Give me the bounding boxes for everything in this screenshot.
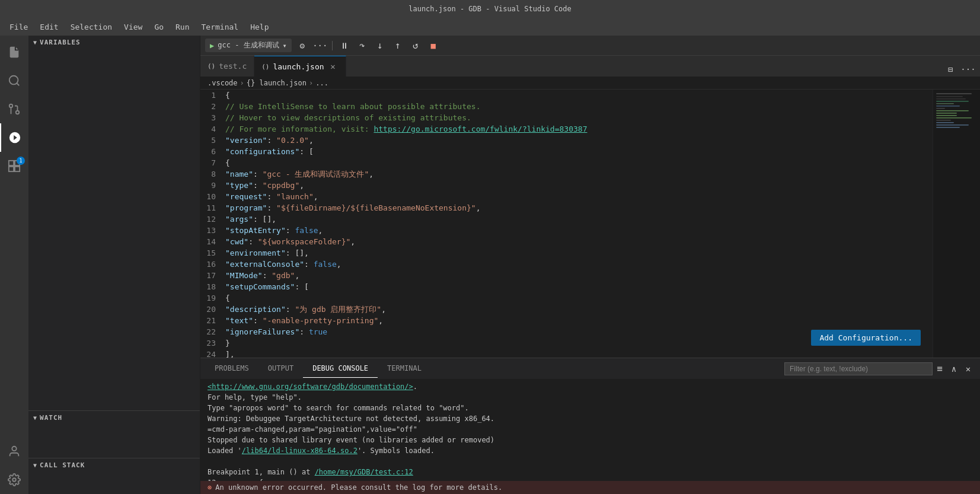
code-line-14: "cwd": "${workspaceFolder}", xyxy=(225,236,355,247)
editor-main: 1 { 2 // Use IntelliSense to learn about… xyxy=(200,90,980,358)
menu-bar: File Edit Selection View Go Run Terminal… xyxy=(0,18,980,36)
panel-tab-debug-console[interactable]: DEBUG CONSOLE xyxy=(303,359,378,378)
launch-json-tab[interactable]: () launch.json ✕ xyxy=(254,56,346,77)
console-line-9: Breakpoint 1, main () at /home/msy/GDB/t… xyxy=(208,467,973,477)
svg-rect-14 xyxy=(936,101,969,102)
activity-debug-icon[interactable] xyxy=(0,123,28,152)
debug-config-selector[interactable]: ▶ gcc - 生成和调试 ▾ xyxy=(205,39,292,52)
activity-source-control-icon[interactable] xyxy=(0,95,28,123)
code-line-17: "MIMode": "gdb", xyxy=(225,270,299,281)
panel-close-btn[interactable]: ✕ xyxy=(961,362,975,376)
breadcrumb-symbol[interactable]: ... xyxy=(315,79,328,87)
step-into-button[interactable]: ↓ xyxy=(373,39,387,53)
activity-search-icon[interactable] xyxy=(0,66,28,95)
code-line-24: ], xyxy=(225,349,235,358)
svg-rect-19 xyxy=(936,113,957,114)
tab-bar: () test.c () launch.json ✕ ⊟ ··· xyxy=(200,56,980,77)
activity-settings-icon[interactable] xyxy=(0,466,28,494)
panel-tab-output[interactable]: OUTPUT xyxy=(258,359,303,378)
panel-collapse-btn[interactable]: ∧ xyxy=(947,362,961,376)
launch-json-tab-close[interactable]: ✕ xyxy=(328,61,339,72)
menu-help[interactable]: Help xyxy=(245,20,273,34)
callstack-header[interactable]: ▼ CALL STACK xyxy=(28,458,200,471)
panel-tab-terminal[interactable]: TERMINAL xyxy=(378,359,431,378)
code-line-9: "type": "cppdbg", xyxy=(225,180,304,191)
callstack-section: ▼ CALL STACK xyxy=(28,458,200,494)
step-out-button[interactable]: ↑ xyxy=(391,39,405,53)
svg-rect-13 xyxy=(936,98,966,100)
svg-rect-18 xyxy=(936,110,969,111)
code-line-6: "configurations": [ xyxy=(225,146,314,157)
variables-header[interactable]: ▼ VARIABLES xyxy=(28,36,200,49)
svg-rect-21 xyxy=(936,117,972,119)
line-num-12: 12 xyxy=(200,213,225,225)
debug-more-btn[interactable]: ··· xyxy=(313,39,327,53)
menu-terminal[interactable]: Terminal xyxy=(197,20,244,34)
code-line-20: "description": "为 gdb 启用整齐打印", xyxy=(225,304,386,315)
editor-split-btn[interactable]: ⊟ xyxy=(943,62,957,77)
callstack-chevron: ▼ xyxy=(33,462,37,468)
menu-go[interactable]: Go xyxy=(149,20,168,34)
debug-toolbar: ▶ gcc - 生成和调试 ▾ ⚙ ··· ⏸ ↷ ↓ ↑ ↺ ■ xyxy=(200,36,980,56)
debug-separator xyxy=(332,41,333,50)
menu-file[interactable]: File xyxy=(5,20,33,34)
line-num-21: 21 xyxy=(200,315,225,326)
restart-button[interactable]: ↺ xyxy=(408,39,423,53)
breadcrumb-vscode[interactable]: .vscode xyxy=(208,79,238,87)
code-line-18: "setupCommands": [ xyxy=(225,281,309,292)
debug-settings-btn[interactable]: ⚙ xyxy=(295,39,309,53)
svg-point-2 xyxy=(16,111,20,114)
line-num-14: 14 xyxy=(200,236,225,247)
svg-rect-24 xyxy=(936,125,969,126)
continue-button[interactable]: ⏸ xyxy=(337,39,352,53)
breadcrumb-file[interactable]: {} launch.json xyxy=(247,79,307,87)
console-line-7: Loaded '/lib64/ld-linux-x86-64.so.2'. Sy… xyxy=(208,445,973,456)
activity-account-icon[interactable] xyxy=(0,437,28,466)
code-line-2: // Use IntelliSense to learn about possi… xyxy=(225,101,480,112)
step-over-button[interactable]: ↷ xyxy=(355,39,369,53)
line-num-9: 9 xyxy=(200,180,225,191)
line-num-3: 3 xyxy=(200,112,225,123)
add-configuration-button[interactable]: Add Configuration... xyxy=(811,330,921,346)
panel-filter-mode-btn[interactable]: ≡ xyxy=(933,362,947,376)
watch-label: WATCH xyxy=(40,414,62,422)
activity-bar: 1 xyxy=(0,36,28,494)
variables-section: ▼ VARIABLES xyxy=(28,36,200,411)
line-num-8: 8 xyxy=(200,168,225,180)
test-c-tab-label: test.c xyxy=(219,62,247,71)
svg-line-1 xyxy=(17,83,19,85)
code-line-8: "name": "gcc - 生成和调试活动文件", xyxy=(225,168,374,180)
activity-extensions-icon[interactable]: 1 xyxy=(0,152,28,180)
code-editor[interactable]: 1 { 2 // Use IntelliSense to learn about… xyxy=(200,90,933,358)
minimap xyxy=(933,90,980,358)
panel-content: <http://www.gnu.org/software/gdb/documen… xyxy=(200,379,980,481)
title-bar: launch.json - GDB - Visual Studio Code xyxy=(0,0,980,18)
line-num-7: 7 xyxy=(200,157,225,168)
watch-header[interactable]: ▼ WATCH xyxy=(28,411,200,424)
line-num-17: 17 xyxy=(200,270,225,281)
debug-config-chevron: ▾ xyxy=(283,42,287,50)
activity-explorer-icon[interactable] xyxy=(0,38,28,66)
code-line-5: "version": "0.2.0", xyxy=(225,135,314,146)
svg-rect-23 xyxy=(936,122,954,123)
variables-label: VARIABLES xyxy=(40,39,81,46)
panel-tabs: PROBLEMS OUTPUT DEBUG CONSOLE TERMINAL ≡… xyxy=(200,358,980,379)
filter-input[interactable] xyxy=(784,362,933,375)
breadcrumb: .vscode › {} launch.json › ... xyxy=(200,77,980,90)
bottom-panel: PROBLEMS OUTPUT DEBUG CONSOLE TERMINAL ≡… xyxy=(200,358,980,494)
menu-selection[interactable]: Selection xyxy=(66,20,117,34)
sidebar: ▼ VARIABLES ▼ WATCH ▼ CALL STACK xyxy=(28,36,200,494)
test-c-tab-icon: () xyxy=(208,62,215,70)
editor-more-btn[interactable]: ··· xyxy=(961,62,975,77)
line-num-24: 24 xyxy=(200,349,225,358)
code-line-3: // Hover to view descriptions of existin… xyxy=(225,112,471,123)
menu-edit[interactable]: Edit xyxy=(35,20,63,34)
line-num-22: 22 xyxy=(200,326,225,337)
menu-run[interactable]: Run xyxy=(171,20,194,34)
stop-button[interactable]: ■ xyxy=(426,39,440,53)
code-line-19: { xyxy=(225,292,230,304)
panel-tab-problems[interactable]: PROBLEMS xyxy=(205,359,258,378)
test-c-tab[interactable]: () test.c xyxy=(200,56,254,77)
watch-chevron: ▼ xyxy=(33,415,37,421)
menu-view[interactable]: View xyxy=(119,20,147,34)
